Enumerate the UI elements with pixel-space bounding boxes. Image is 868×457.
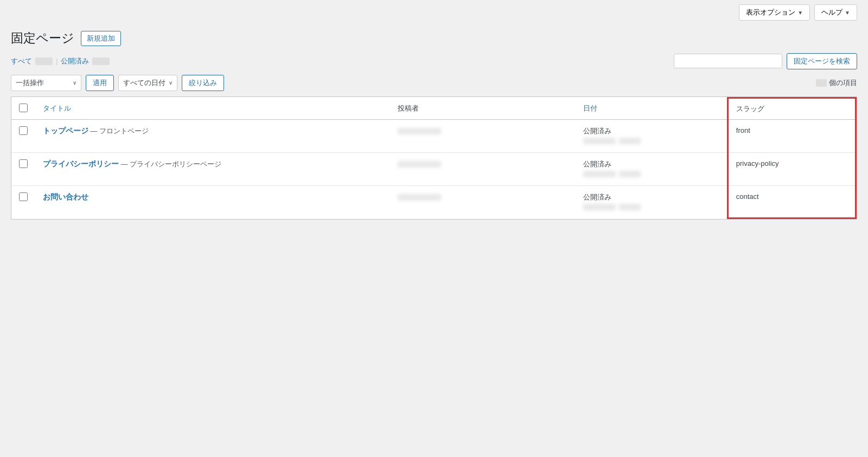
date-chevron-icon: ∨ (169, 80, 173, 86)
col-title-header: タイトル (35, 98, 390, 119)
filter-separator: | (56, 57, 58, 65)
row-title-cell: お問い合わせ (35, 185, 390, 218)
row-author-cell (390, 152, 576, 185)
published-count-badge (92, 57, 110, 65)
col-author-header: 投稿者 (390, 98, 576, 119)
item-count-badge (816, 79, 827, 87)
help-button[interactable]: ヘルプ ▼ (814, 4, 857, 21)
date-filter-select[interactable]: すべての日付 ∨ (118, 75, 177, 91)
filter-button[interactable]: 絞り込み (182, 75, 224, 91)
item-count-suffix: 個の項目 (829, 78, 857, 88)
search-input[interactable] (674, 54, 782, 68)
row-title-link-2[interactable]: お問い合わせ (43, 192, 88, 201)
apply-button[interactable]: 適用 (86, 75, 114, 91)
row-slug-cell-0: front (727, 119, 856, 152)
select-all-checkbox[interactable] (19, 104, 28, 112)
row-checkbox-2[interactable] (19, 192, 28, 201)
row-checkbox-cell (11, 119, 35, 152)
all-count-badge (35, 57, 53, 65)
row-slug-cell-2: contact (727, 185, 856, 218)
date-filter-label: すべての日付 (123, 78, 165, 88)
main-content: 固定ページ 新規追加 すべて | 公開済み 固定ページを検索 一括操作 ∨ 適用… (0, 25, 868, 230)
filter-published-link[interactable]: 公開済み (61, 56, 89, 66)
item-count: 個の項目 (816, 78, 857, 88)
search-area: 固定ページを検索 (674, 53, 857, 69)
table-header-row: タイトル 投稿者 日付 スラッグ (11, 98, 856, 119)
add-new-button[interactable]: 新規追加 (81, 31, 121, 46)
top-bar: 表示オプション ▼ ヘルプ ▼ (0, 0, 868, 25)
search-button[interactable]: 固定ページを検索 (787, 53, 857, 69)
row-title-link-0[interactable]: トップページ (43, 126, 88, 135)
filter-bar-top: すべて | 公開済み 固定ページを検索 (11, 53, 857, 69)
row-date-cell: 公開済み (576, 119, 727, 152)
author-blurred (398, 194, 441, 201)
col-checkbox-header (11, 98, 35, 119)
author-blurred (398, 128, 441, 134)
pages-table-wrap: タイトル 投稿者 日付 スラッグ トップページ — フロントページ公開済みfro… (11, 96, 857, 220)
help-label: ヘルプ (821, 8, 843, 17)
row-title-cell: トップページ — フロントページ (35, 119, 390, 152)
row-subtitle-0: — フロントページ (88, 127, 149, 135)
display-options-button[interactable]: 表示オプション ▼ (739, 4, 810, 21)
page-title: 固定ページ (11, 30, 74, 47)
col-date-link[interactable]: 日付 (583, 104, 597, 112)
row-checkbox-cell (11, 185, 35, 218)
row-author-cell (390, 119, 576, 152)
row-date-cell: 公開済み (576, 152, 727, 185)
row-checkbox-1[interactable] (19, 159, 28, 168)
bulk-chevron-icon: ∨ (73, 80, 76, 86)
table-row: プライバシーポリシー — プライバシーポリシーページ公開済みprivacy-po… (11, 152, 856, 185)
row-title-cell: プライバシーポリシー — プライバシーポリシーページ (35, 152, 390, 185)
action-bar: 一括操作 ∨ 適用 すべての日付 ∨ 絞り込み 個の項目 (11, 75, 857, 91)
display-options-chevron-icon: ▼ (797, 10, 803, 16)
row-author-cell (390, 185, 576, 218)
col-date-header: 日付 (576, 98, 727, 119)
row-slug-cell-1: privacy-policy (727, 152, 856, 185)
col-slug-header: スラッグ (727, 98, 856, 119)
col-title-link[interactable]: タイトル (43, 104, 71, 112)
row-title-link-1[interactable]: プライバシーポリシー (43, 159, 119, 168)
row-status-0: 公開済み (583, 126, 719, 136)
filter-links: すべて | 公開済み (11, 56, 110, 66)
date-blurred-1 (583, 202, 719, 212)
row-checkbox-0[interactable] (19, 126, 28, 135)
bulk-action-label: 一括操作 (16, 78, 44, 88)
row-status-1: 公開済み (583, 159, 719, 169)
row-status-2: 公開済み (583, 192, 719, 202)
display-options-label: 表示オプション (746, 8, 795, 17)
author-blurred (398, 161, 441, 168)
row-subtitle-1: — プライバシーポリシーページ (119, 160, 221, 168)
action-bar-left: 一括操作 ∨ 適用 すべての日付 ∨ 絞り込み (11, 75, 224, 91)
date-blurred-1 (583, 136, 719, 146)
help-chevron-icon: ▼ (845, 10, 850, 16)
page-header: 固定ページ 新規追加 (11, 30, 857, 47)
filter-all-link[interactable]: すべて (11, 56, 32, 66)
row-checkbox-cell (11, 152, 35, 185)
bulk-action-select[interactable]: 一括操作 ∨ (11, 75, 81, 91)
table-row: トップページ — フロントページ公開済みfront (11, 119, 856, 152)
date-blurred-1 (583, 169, 719, 179)
pages-table: タイトル 投稿者 日付 スラッグ トップページ — フロントページ公開済みfro… (11, 97, 857, 220)
table-row: お問い合わせ公開済みcontact (11, 185, 856, 218)
row-date-cell: 公開済み (576, 185, 727, 218)
